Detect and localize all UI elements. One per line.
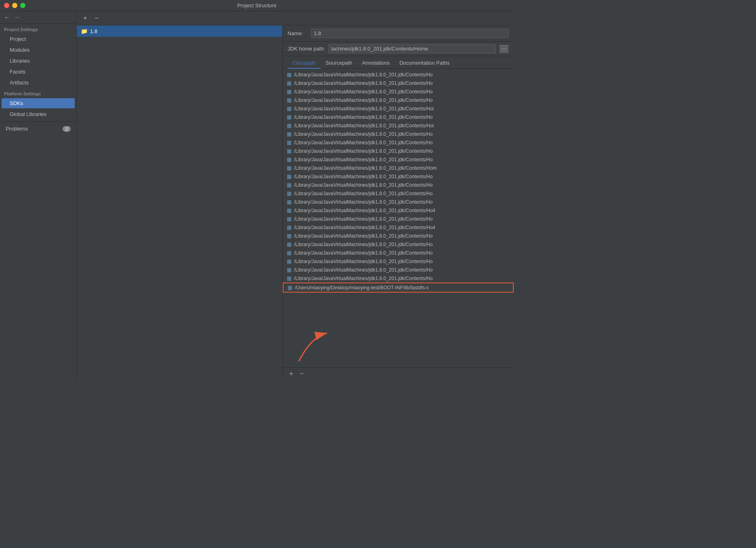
tab-sourcepath[interactable]: Sourcepath (321, 58, 357, 69)
classpath-list: ▦/Library/Java/JavaVirtualMachines/jdk1.… (283, 69, 514, 367)
tabs-row: Classpath Sourcepath Annotations Documen… (283, 56, 514, 69)
classpath-item[interactable]: ▦/Library/Java/JavaVirtualMachines/jdk1.… (283, 155, 514, 164)
classpath-item-text: /Library/Java/JavaVirtualMachines/jdk1.8… (294, 225, 435, 230)
window-title: Project Structure (237, 2, 277, 8)
problems-badge: 2 (63, 126, 71, 132)
sidebar-item-global-libraries[interactable]: Global Libraries (2, 109, 75, 119)
classpath-item-text: /Library/Java/JavaVirtualMachines/jdk1.8… (294, 233, 433, 239)
jdk-home-label: JDK home path: (288, 46, 325, 52)
tab-annotations[interactable]: Annotations (357, 58, 395, 69)
classpath-item[interactable]: ▦/Library/Java/JavaVirtualMachines/jdk1.… (283, 223, 514, 232)
add-sdk-button[interactable]: + (81, 14, 90, 23)
sidebar-nav: ← → (0, 11, 76, 24)
classpath-item-text: /Library/Java/JavaVirtualMachines/jdk1.8… (294, 208, 435, 213)
classpath-item-text: /Library/Java/JavaVirtualMachines/jdk1.8… (294, 148, 433, 154)
sidebar-item-facets[interactable]: Facets (2, 67, 75, 77)
classpath-item-highlighted-text: /Users/miaoying/Desktop/miaoying-test/BO… (295, 285, 429, 291)
sidebar-item-artifacts[interactable]: Artifacts (2, 78, 75, 88)
classpath-item[interactable]: ▦/Library/Java/JavaVirtualMachines/jdk1.… (283, 266, 514, 274)
jdk-home-input[interactable] (328, 44, 496, 53)
right-panel: Name: JDK home path: ⋯ Classpath Sourcep… (283, 25, 514, 380)
sidebar-divider (0, 121, 76, 122)
classpath-item-text: /Library/Java/JavaVirtualMachines/jdk1.8… (294, 259, 433, 264)
classpath-item-text: /Library/Java/JavaVirtualMachines/jdk1.8… (294, 131, 433, 137)
classpath-item-icon: ▦ (287, 267, 292, 273)
sidebar-item-modules[interactable]: Modules (2, 45, 75, 55)
close-button[interactable] (4, 3, 9, 8)
classpath-item[interactable]: ▦/Library/Java/JavaVirtualMachines/jdk1.… (283, 189, 514, 198)
main-container: ← → Project Settings Project Modules Lib… (0, 11, 514, 380)
classpath-item[interactable]: ▦/Library/Java/JavaVirtualMachines/jdk1.… (283, 70, 514, 79)
sidebar-item-project[interactable]: Project (2, 34, 75, 44)
classpath-item-icon: ▦ (287, 173, 292, 179)
classpath-item[interactable]: ▦/Library/Java/JavaVirtualMachines/jdk1.… (283, 215, 514, 223)
title-bar: Project Structure (0, 0, 514, 11)
problems-row[interactable]: Problems 2 (2, 124, 75, 134)
classpath-item[interactable]: ▦/Library/Java/JavaVirtualMachines/jdk1.… (283, 257, 514, 266)
classpath-item-icon: ▦ (287, 216, 292, 222)
classpath-item-icon: ▦ (287, 233, 292, 239)
classpath-item[interactable]: ▦/Library/Java/JavaVirtualMachines/jdk1.… (283, 113, 514, 121)
sdk-item-1.8[interactable]: 📁 1.8 (77, 25, 282, 37)
minimize-button[interactable] (12, 3, 17, 8)
sidebar-item-libraries[interactable]: Libraries (2, 56, 75, 66)
classpath-item[interactable]: ▦/Library/Java/JavaVirtualMachines/jdk1.… (283, 274, 514, 282)
classpath-item-highlighted[interactable]: ▦/Users/miaoying/Desktop/miaoying-test/B… (283, 282, 514, 293)
classpath-item[interactable]: ▦/Library/Java/JavaVirtualMachines/jdk1.… (283, 104, 514, 113)
classpath-item-text: /Library/Java/JavaVirtualMachines/jdk1.8… (294, 140, 433, 145)
classpath-item[interactable]: ▦/Library/Java/JavaVirtualMachines/jdk1.… (283, 79, 514, 87)
sdk-item-name: 1.8 (90, 28, 97, 34)
jdk-home-browse-button[interactable]: ⋯ (499, 44, 509, 53)
classpath-item[interactable]: ▦/Library/Java/JavaVirtualMachines/jdk1.… (283, 96, 514, 104)
window-controls[interactable] (4, 3, 25, 8)
problems-label: Problems (6, 126, 63, 132)
tab-classpath[interactable]: Classpath (288, 58, 321, 69)
classpath-item-text: /Library/Java/JavaVirtualMachines/jdk1.8… (294, 199, 433, 205)
classpath-item[interactable]: ▦/Library/Java/JavaVirtualMachines/jdk1.… (283, 240, 514, 249)
remove-sdk-button[interactable]: − (92, 14, 101, 23)
classpath-item[interactable]: ▦/Library/Java/JavaVirtualMachines/jdk1.… (283, 164, 514, 172)
platform-settings-label: Platform Settings (0, 88, 76, 98)
sidebar-item-sdks[interactable]: SDKs (2, 98, 75, 108)
classpath-item-icon: ▦ (287, 165, 292, 171)
classpath-item-icon: ▦ (287, 97, 292, 103)
classpath-item[interactable]: ▦/Library/Java/JavaVirtualMachines/jdk1.… (283, 206, 514, 215)
classpath-item-icon: ▦ (287, 139, 292, 145)
classpath-item-text: /Library/Java/JavaVirtualMachines/jdk1.8… (294, 165, 437, 171)
classpath-item-icon: ▦ (287, 258, 292, 264)
classpath-item[interactable]: ▦/Library/Java/JavaVirtualMachines/jdk1.… (283, 121, 514, 130)
classpath-item-icon: ▦ (287, 131, 292, 137)
classpath-item-icon: ▦ (287, 105, 292, 112)
jdk-home-row: JDK home path: ⋯ (283, 42, 514, 56)
sdk-list-panel: 📁 1.8 (77, 25, 283, 380)
classpath-item[interactable]: ▦/Library/Java/JavaVirtualMachines/jdk1.… (283, 181, 514, 189)
classpath-item-icon: ▦ (287, 241, 292, 247)
maximize-button[interactable] (20, 3, 25, 8)
add-classpath-button[interactable]: + (287, 369, 296, 378)
classpath-item-text: /Library/Java/JavaVirtualMachines/jdk1.8… (294, 106, 434, 112)
classpath-item[interactable]: ▦/Library/Java/JavaVirtualMachines/jdk1.… (283, 130, 514, 138)
classpath-item-icon: ▦ (287, 182, 292, 188)
name-row: Name: (283, 25, 514, 42)
classpath-item-text: /Library/Java/JavaVirtualMachines/jdk1.8… (294, 242, 433, 247)
tab-documentation[interactable]: Documentation Paths (395, 58, 454, 69)
sidebar: ← → Project Settings Project Modules Lib… (0, 11, 77, 380)
classpath-item-icon: ▦ (287, 114, 292, 120)
classpath-item[interactable]: ▦/Library/Java/JavaVirtualMachines/jdk1.… (283, 147, 514, 155)
classpath-item-text: /Library/Java/JavaVirtualMachines/jdk1.8… (294, 182, 433, 188)
classpath-item[interactable]: ▦/Library/Java/JavaVirtualMachines/jdk1.… (283, 198, 514, 206)
classpath-item[interactable]: ▦/Library/Java/JavaVirtualMachines/jdk1.… (283, 172, 514, 181)
classpath-item[interactable]: ▦/Library/Java/JavaVirtualMachines/jdk1.… (283, 87, 514, 96)
classpath-item[interactable]: ▦/Library/Java/JavaVirtualMachines/jdk1.… (283, 232, 514, 240)
classpath-item-icon: ▦ (287, 122, 292, 129)
classpath-item[interactable]: ▦/Library/Java/JavaVirtualMachines/jdk1.… (283, 138, 514, 147)
classpath-item-icon: ▦ (287, 190, 292, 196)
classpath-item-text: /Library/Java/JavaVirtualMachines/jdk1.8… (294, 80, 433, 86)
back-arrow[interactable]: ← (4, 14, 10, 21)
name-input[interactable] (311, 29, 509, 38)
remove-classpath-button[interactable]: − (297, 369, 306, 378)
classpath-item-icon: ▦ (287, 72, 292, 78)
classpath-item[interactable]: ▦/Library/Java/JavaVirtualMachines/jdk1.… (283, 249, 514, 257)
forward-arrow[interactable]: → (14, 14, 20, 21)
classpath-item-text: /Library/Java/JavaVirtualMachines/jdk1.8… (294, 174, 433, 179)
